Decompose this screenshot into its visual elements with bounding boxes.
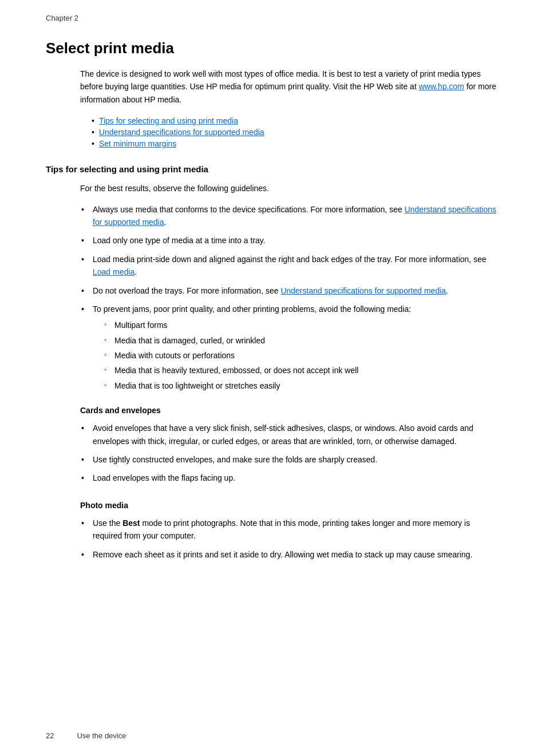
footer: 22 Use the device	[46, 731, 126, 740]
toc-item-1: Tips for selecting and using print media	[92, 116, 500, 125]
tips-bullet-5: To prevent jams, poor print quality, and…	[80, 303, 500, 392]
tips-sub-list: Multipart forms Media that is damaged, c…	[104, 319, 500, 392]
tips-bullet-2: Load only one type of media at a time in…	[80, 234, 500, 247]
tips-link-3[interactable]: Load media	[93, 267, 134, 276]
photo-bullet-1: Use the Best mode to print photographs. …	[80, 517, 500, 543]
sub-item-4: Media that is heavily textured, embossed…	[104, 364, 500, 377]
toc-item-2: Understand specifications for supported …	[92, 128, 500, 137]
photo-section: Photo media Use the Best mode to print p…	[46, 501, 500, 561]
tips-link-1[interactable]: Understand specifications for supported …	[93, 205, 496, 227]
sub-item-5: Media that is too lightweight or stretch…	[104, 379, 500, 392]
photo-bullet-2: Remove each sheet as it prints and set i…	[80, 548, 500, 561]
page-title: Select print media	[46, 39, 500, 57]
toc-item-3: Set minimum margins	[92, 139, 500, 148]
cards-bullet-2: Use tightly constructed envelopes, and m…	[80, 453, 500, 466]
page: Chapter 2 Select print media The device …	[0, 0, 546, 756]
cards-bullet-list: Avoid envelopes that have a very slick f…	[80, 422, 500, 485]
photo-heading: Photo media	[80, 501, 500, 510]
sub-item-2: Media that is damaged, curled, or wrinkl…	[104, 334, 500, 347]
tips-bullet-4: Do not overload the trays. For more info…	[80, 284, 500, 297]
cards-heading: Cards and envelopes	[80, 406, 500, 415]
tips-heading: Tips for selecting and using print media	[46, 164, 500, 174]
toc-link-3[interactable]: Set minimum margins	[99, 139, 176, 148]
intro-paragraph: The device is designed to work well with…	[80, 68, 500, 106]
sub-item-3: Media with cutouts or perforations	[104, 349, 500, 362]
toc-link-2[interactable]: Understand specifications for supported …	[99, 128, 264, 137]
cards-bullet-1: Avoid envelopes that have a very slick f…	[80, 422, 500, 448]
tips-bullet-1: Always use media that conforms to the de…	[80, 203, 500, 229]
cards-section: Cards and envelopes Avoid envelopes that…	[46, 406, 500, 485]
chapter-label: Chapter 2	[46, 14, 500, 22]
tips-bullet-list: Always use media that conforms to the de…	[80, 203, 500, 393]
hp-link[interactable]: www.hp.com	[419, 82, 464, 91]
toc-list: Tips for selecting and using print media…	[92, 116, 500, 148]
footer-page-number: 22	[46, 731, 54, 740]
tips-intro: For the best results, observe the follow…	[80, 182, 500, 195]
tips-bullet-3: Load media print-side down and aligned a…	[80, 253, 500, 279]
photo-bullet-list: Use the Best mode to print photographs. …	[80, 517, 500, 561]
footer-label: Use the device	[77, 731, 126, 740]
best-mode-label: Best	[122, 518, 140, 528]
sub-item-1: Multipart forms	[104, 319, 500, 331]
tips-link-4[interactable]: Understand specifications for supported …	[280, 286, 446, 295]
cards-bullet-3: Load envelopes with the flaps facing up.	[80, 472, 500, 484]
toc-link-1[interactable]: Tips for selecting and using print media	[99, 116, 238, 125]
tips-section: Tips for selecting and using print media…	[46, 164, 500, 392]
